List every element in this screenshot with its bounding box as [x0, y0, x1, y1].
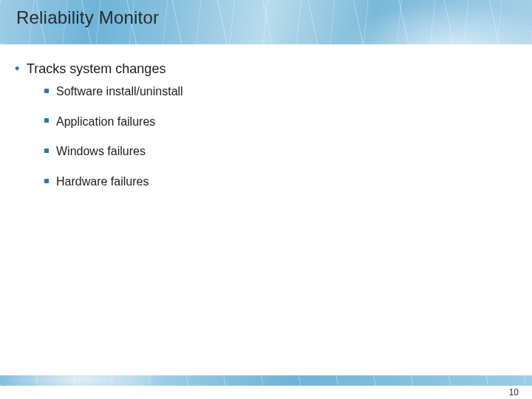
slide-body: •Tracks system changes Software install/… — [15, 58, 502, 205]
bullet-level2-text: Hardware failures — [56, 175, 149, 188]
slide-title: Reliability Monitor — [16, 7, 159, 28]
bullet-level2: Hardware failures — [44, 174, 502, 188]
square-bullet-icon — [44, 89, 49, 93]
slide: Reliability Monitor •Tracks system chang… — [0, 0, 532, 399]
bullet-level1: •Tracks system changes — [15, 61, 502, 77]
page-number: 10 — [509, 387, 519, 398]
sublist: Software install/uninstall Application f… — [44, 84, 502, 188]
bullet-level2: Windows failures — [44, 144, 502, 158]
footer-band — [0, 375, 532, 386]
bullet-level2-text: Software install/uninstall — [56, 85, 183, 98]
bullet-level2-text: Application failures — [56, 115, 155, 127]
disc-bullet-icon: • — [15, 62, 27, 75]
square-bullet-icon — [44, 149, 49, 153]
bullet-level2-text: Windows failures — [56, 145, 146, 157]
square-bullet-icon — [44, 179, 49, 183]
square-bullet-icon — [44, 118, 49, 123]
bullet-level2: Software install/uninstall — [44, 84, 502, 98]
bullet-level1-text: Tracks system changes — [27, 61, 166, 76]
bullet-level2: Application failures — [44, 115, 502, 129]
